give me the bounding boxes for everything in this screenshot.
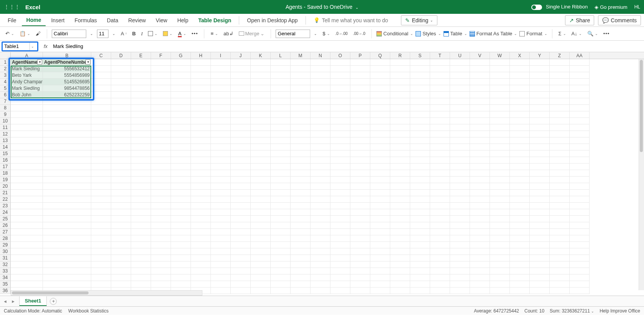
cell[interactable] [330,242,350,248]
cell[interactable] [570,164,590,170]
cell[interactable] [470,288,490,294]
column-header[interactable]: N [310,52,330,59]
cell[interactable] [330,209,350,216]
cell[interactable] [510,216,530,222]
find-button[interactable]: 🔍 [586,30,600,37]
cell[interactable] [510,248,530,255]
cell[interactable] [11,157,43,164]
column-header[interactable]: Q [370,52,390,59]
cell[interactable] [530,255,550,261]
cell[interactable] [91,79,111,85]
tab-formulas[interactable]: Formulas [70,15,101,26]
cell[interactable] [131,92,151,98]
cell[interactable] [450,164,470,170]
user-avatar[interactable]: HL [634,4,640,10]
cell[interactable] [370,196,390,203]
cell[interactable] [550,183,570,190]
cell[interactable] [171,144,191,150]
cell[interactable] [271,281,291,288]
cell[interactable] [470,216,490,222]
cell[interactable] [330,248,350,255]
row-header[interactable]: 25 [0,216,11,222]
cell[interactable] [131,255,151,261]
cell[interactable] [390,79,410,85]
cell[interactable] [151,203,171,209]
cell[interactable] [390,144,410,150]
cell[interactable] [430,137,450,144]
cell[interactable] [91,190,111,196]
cell[interactable] [191,157,211,164]
cell[interactable] [251,274,271,281]
cell[interactable] [390,72,410,79]
cell[interactable] [251,118,271,124]
cell[interactable] [490,242,510,248]
cell[interactable] [410,203,430,209]
cell[interactable] [490,261,510,268]
cell[interactable] [490,79,510,85]
cell[interactable] [171,72,191,79]
cell[interactable] [510,196,530,203]
cell[interactable] [43,164,91,170]
cell[interactable] [251,92,271,98]
cell[interactable] [410,261,430,268]
cell[interactable] [91,150,111,157]
cell[interactable] [470,170,490,177]
cell[interactable] [291,209,310,216]
cell[interactable] [111,98,131,105]
cell[interactable] [350,183,370,190]
cell[interactable] [430,190,450,196]
bold-button[interactable]: B [131,30,137,37]
cell[interactable] [330,85,350,92]
cell[interactable] [490,229,510,235]
cell[interactable] [131,118,151,124]
cell[interactable] [191,190,211,196]
cell[interactable] [570,248,590,255]
cell[interactable] [11,248,43,255]
cell[interactable] [211,118,231,124]
formula-input[interactable] [51,41,644,52]
cell[interactable] [211,124,231,131]
cell[interactable] [350,85,370,92]
cell[interactable] [271,164,291,170]
cell[interactable] [131,203,151,209]
cell[interactable] [111,229,131,235]
cell[interactable] [11,261,43,268]
cell[interactable] [231,124,251,131]
cell[interactable] [151,111,171,118]
cell[interactable] [430,66,450,72]
cell[interactable] [211,288,231,294]
cell[interactable] [211,79,231,85]
filter-button[interactable]: ▾ [85,60,90,64]
cell[interactable] [350,268,370,274]
row-header[interactable]: 36 [0,288,11,294]
cell[interactable] [271,222,291,229]
cell[interactable] [211,170,231,177]
cell[interactable] [251,131,271,137]
cell[interactable]: 5145526695 [43,79,91,85]
cell[interactable] [251,255,271,261]
cell[interactable] [11,131,43,137]
cell[interactable] [151,157,171,164]
cell[interactable] [111,124,131,131]
cell[interactable] [191,85,211,92]
cell[interactable] [370,59,390,66]
cell[interactable] [211,255,231,261]
cell[interactable] [310,131,330,137]
cell[interactable] [151,131,171,137]
cell[interactable] [430,92,450,98]
cell[interactable] [530,170,550,177]
tab-insert[interactable]: Insert [46,15,69,26]
cell[interactable] [350,261,370,268]
cell[interactable] [131,137,151,144]
cell[interactable] [570,98,590,105]
cell[interactable] [111,72,131,79]
cell[interactable] [430,118,450,124]
cell[interactable] [470,196,490,203]
cell[interactable] [231,72,251,79]
cell[interactable] [111,85,131,92]
cell[interactable] [390,92,410,98]
cell[interactable] [291,177,310,183]
cell[interactable] [91,235,111,242]
cell[interactable] [470,92,490,98]
cell[interactable] [470,190,490,196]
